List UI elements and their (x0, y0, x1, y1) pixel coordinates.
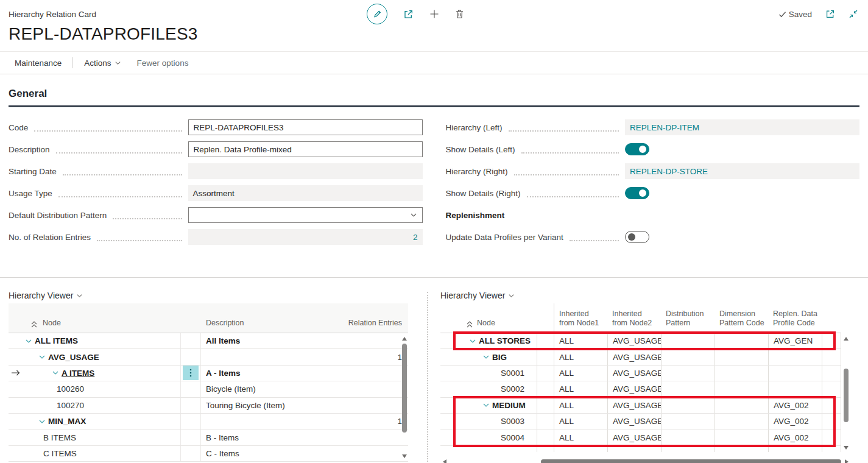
cell-node: S0002 (455, 381, 537, 397)
chevron-down-icon (76, 292, 83, 299)
table-row[interactable]: S0001ALLAVG_USAGE (440, 366, 841, 381)
cell-inherited-node1: ALL (554, 366, 607, 381)
cell-node: 100260 (23, 381, 180, 397)
hierarchy-right-link[interactable]: REPLEN-DP-STORE (630, 167, 708, 176)
top-bar: Hierarchy Relation Card (0, 0, 868, 22)
menu-actions[interactable]: Actions (84, 58, 121, 68)
cell-distribution-pattern (661, 398, 715, 413)
column-header-node[interactable]: Node (23, 319, 180, 333)
panel-splitter[interactable] (427, 292, 428, 462)
chevron-down-icon (410, 211, 417, 219)
delete-button[interactable] (455, 9, 464, 19)
cell-inherited-node2: AVG_USAGE (607, 429, 661, 445)
table-row[interactable]: BIGALLAVG_USAGE (440, 349, 841, 365)
row-gutter (9, 414, 23, 429)
column-header-inherited-node1[interactable]: Inherited from Node1 (554, 303, 607, 333)
row-gutter (440, 366, 455, 381)
cell-description: A - Items (201, 366, 341, 381)
field-hierarchy-right: Hierarchy (Right) REPLEN-DP-STORE (446, 163, 860, 179)
column-header-node[interactable]: Node (455, 319, 537, 333)
cell-node: B ITEMS (23, 429, 180, 445)
collapse-all-icon[interactable] (30, 320, 38, 328)
cell-row-menu (180, 446, 201, 461)
column-header-distribution-pattern[interactable]: Distribution Pattern (661, 309, 715, 333)
field-show-details-right: Show Details (Right) (446, 185, 860, 201)
description-input[interactable] (188, 141, 423, 157)
table-row[interactable]: 100260Bicycle (Item) (9, 381, 408, 397)
page-title: REPL-DATAPROFILES3 (9, 24, 868, 44)
tree-expand-chevron-icon[interactable] (38, 353, 46, 361)
table-row[interactable]: S0004ALLAVG_USAGEAVG_002 (440, 429, 841, 445)
table-row[interactable]: A ITEMSA - Items (9, 366, 408, 381)
edit-button[interactable] (367, 4, 387, 24)
table-row-partial (440, 446, 841, 452)
tree-expand-chevron-icon[interactable] (482, 401, 490, 409)
cell-relation-entries: 1 (341, 349, 408, 364)
table-row[interactable]: 100270Touring Bicycle (Item) (9, 398, 408, 414)
scroll-down-arrow[interactable] (401, 453, 408, 459)
column-header-inherited-node2[interactable]: Inherited from Node2 (607, 309, 661, 333)
table-row[interactable]: ALL STORESALLAVG_USAGEAVG_GEN (440, 333, 841, 349)
menu-fewer-options[interactable]: Fewer options (137, 58, 189, 68)
column-header-replen-data-profile-code[interactable]: Replen. Data Profile Code (768, 309, 822, 333)
table-row[interactable]: S0003ALLAVG_USAGEAVG_002 (440, 414, 841, 429)
tree-expand-chevron-icon[interactable] (482, 353, 490, 361)
collapse-all-icon[interactable] (466, 320, 473, 328)
default-distribution-pattern-select[interactable] (188, 207, 423, 223)
right-horizontal-scrollbar[interactable] (440, 458, 850, 463)
table-row[interactable]: ALL ITEMSAll Items (9, 333, 408, 349)
tree-expand-chevron-icon[interactable] (24, 337, 33, 345)
cell-filler (822, 381, 841, 397)
cell-replen-data-profile-code: AVG_GEN (768, 333, 822, 348)
collapse-button[interactable] (849, 9, 858, 19)
cell-dimension-pattern-code (715, 366, 768, 381)
update-data-profiles-toggle[interactable] (625, 231, 649, 243)
tree-expand-chevron-icon[interactable] (468, 337, 477, 345)
node-label: S0001 (501, 369, 524, 378)
column-header-relation-entries[interactable]: Relation Entries (341, 319, 408, 333)
popout-button[interactable] (825, 9, 835, 19)
row-gutter (9, 366, 23, 381)
cell-spacer (537, 381, 554, 397)
row-menu-button[interactable] (183, 366, 199, 380)
right-vertical-scrollbar[interactable] (842, 333, 850, 452)
column-header-description[interactable]: Description (201, 319, 341, 333)
column-header-dimension-pattern-code[interactable]: Dimension Pattern Code (715, 309, 768, 333)
cell-spacer (537, 414, 554, 429)
node-label: BIG (492, 353, 507, 362)
right-viewer-title[interactable]: Hierarchy Viewer (440, 291, 515, 300)
row-gutter (440, 333, 455, 348)
scroll-up-arrow[interactable] (401, 336, 408, 342)
table-row[interactable]: MIN_MAX1 (9, 414, 408, 429)
code-input[interactable] (188, 119, 423, 135)
scrollbar-thumb[interactable] (541, 459, 841, 463)
general-heading: General (9, 88, 859, 107)
show-details-left-toggle[interactable] (625, 143, 649, 155)
add-button[interactable] (429, 9, 439, 19)
scroll-up-arrow[interactable] (843, 336, 849, 342)
table-row[interactable]: S0002ALLAVG_USAGE (440, 381, 841, 397)
field-update-data-profiles: Update Data Profiles per Variant (446, 229, 860, 245)
tree-expand-chevron-icon[interactable] (51, 369, 60, 377)
scrollbar-thumb[interactable] (402, 344, 407, 433)
table-row[interactable]: MEDIUMALLAVG_USAGEAVG_002 (440, 398, 841, 414)
share-button[interactable] (403, 9, 414, 19)
menu-maintenance[interactable]: Maintenance (15, 58, 62, 68)
relation-entries-count[interactable]: 2 (413, 233, 418, 242)
table-row[interactable]: B ITEMSB - Items (9, 429, 408, 445)
scroll-right-arrow[interactable] (844, 459, 850, 463)
table-row[interactable]: AVG_USAGE1 (9, 349, 408, 365)
left-viewer-title[interactable]: Hierarchy Viewer (9, 291, 83, 300)
cell-inherited-node2: AVG_USAGE (607, 398, 661, 413)
cell-inherited-node1: ALL (554, 429, 607, 445)
general-left-column: Code Description Starting Date Usage Typ… (9, 119, 423, 251)
left-vertical-scrollbar[interactable] (401, 333, 408, 462)
hierarchy-left-link[interactable]: REPLEN-DP-ITEM (630, 123, 699, 132)
show-details-right-toggle[interactable] (625, 187, 649, 199)
usage-type-field: Assortment (188, 185, 423, 201)
scroll-left-arrow[interactable] (442, 459, 448, 463)
scroll-down-arrow[interactable] (843, 445, 849, 451)
table-row[interactable]: C ITEMSC - Items (9, 446, 408, 462)
tree-expand-chevron-icon[interactable] (38, 417, 46, 426)
scrollbar-thumb[interactable] (844, 369, 849, 422)
